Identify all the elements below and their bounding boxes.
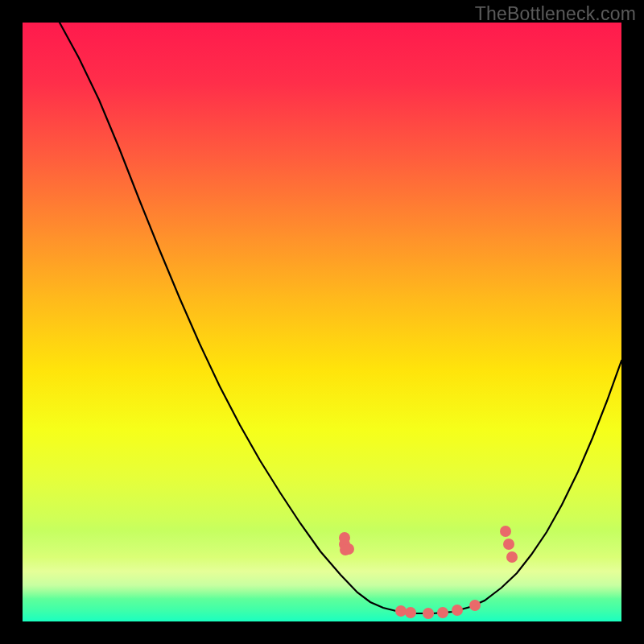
watermark-text: TheBottleneck.com xyxy=(475,3,636,25)
curve-marker xyxy=(437,607,448,618)
curve-marker xyxy=(340,544,351,555)
curve-layer xyxy=(23,23,621,621)
highlight-band xyxy=(23,530,621,599)
curve-marker xyxy=(423,608,434,619)
curve-marker xyxy=(405,607,416,618)
curve-marker xyxy=(339,532,350,543)
plot-area xyxy=(23,23,621,621)
curve-markers xyxy=(339,526,518,619)
chart-frame: TheBottleneck.com xyxy=(0,0,644,644)
curve-marker xyxy=(500,526,511,537)
curve-marker xyxy=(503,539,514,550)
bottleneck-curve xyxy=(60,23,621,613)
curve-marker xyxy=(343,543,354,555)
curve-marker xyxy=(339,539,350,550)
curve-marker xyxy=(506,551,518,563)
curve-marker xyxy=(395,605,407,617)
curve-marker xyxy=(452,605,463,616)
curve-marker xyxy=(469,600,481,611)
